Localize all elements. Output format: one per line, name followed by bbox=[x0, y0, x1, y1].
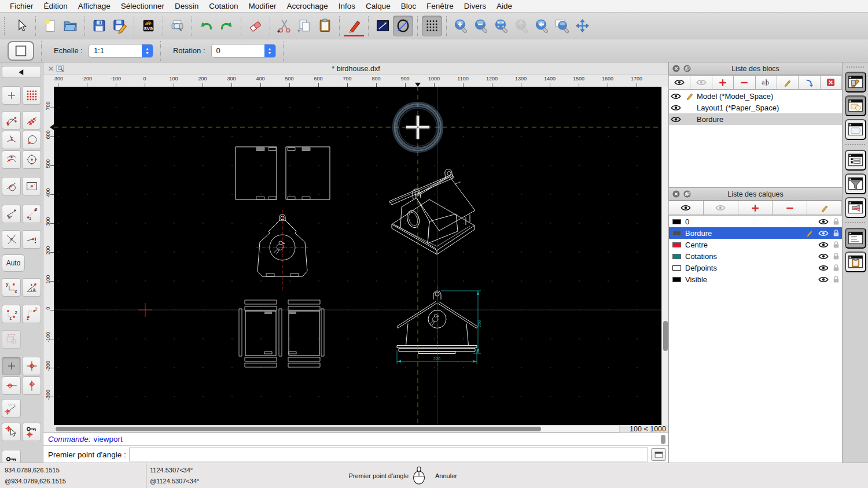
menu-cotation[interactable]: Cotation bbox=[204, 2, 243, 10]
scale-select[interactable]: 1:1 ▲▼ bbox=[89, 44, 153, 58]
menu-fenetre[interactable]: Fenêtre bbox=[421, 2, 459, 10]
horizontal-scrollbar-thumb[interactable] bbox=[56, 427, 541, 431]
redo-button[interactable] bbox=[216, 16, 237, 36]
pen-edit-button[interactable] bbox=[344, 17, 364, 36]
stepper-icon[interactable]: ▲▼ bbox=[264, 44, 275, 58]
close-panel-icon[interactable] bbox=[672, 65, 680, 72]
blocks-add-button[interactable] bbox=[712, 75, 734, 90]
blocks-remove-button[interactable] bbox=[733, 75, 755, 90]
layer-row-centre[interactable]: Centre bbox=[669, 239, 842, 250]
menu-calque[interactable]: Calque bbox=[361, 2, 396, 10]
blocks-show-all-button[interactable] bbox=[668, 75, 690, 90]
horizontal-scrollbar[interactable] bbox=[54, 425, 620, 432]
layer-row-0[interactable]: 0 bbox=[669, 216, 842, 227]
blocks-hide-all-button[interactable] bbox=[690, 75, 712, 90]
detach-panel-icon[interactable] bbox=[683, 65, 691, 72]
snap-rel-points-button[interactable]: 12 bbox=[2, 305, 21, 323]
layers-hide-all-button[interactable] bbox=[703, 201, 738, 215]
zoom-auto-button[interactable] bbox=[491, 16, 512, 36]
drawing-canvas[interactable]: 250 220 bbox=[54, 87, 661, 425]
dock-command-button[interactable] bbox=[845, 228, 866, 249]
menu-infos[interactable]: Infos bbox=[333, 2, 361, 10]
blocks-insert-button[interactable] bbox=[798, 75, 820, 90]
menu-affichage[interactable]: Affichage bbox=[73, 2, 116, 10]
layers-add-button[interactable] bbox=[738, 201, 773, 215]
snap-intersection-manual-button[interactable] bbox=[22, 230, 41, 249]
lock-rel-button[interactable] bbox=[22, 423, 41, 441]
snap-on-entity-button[interactable] bbox=[22, 111, 41, 130]
eraser-button[interactable] bbox=[245, 16, 266, 36]
menu-fichier[interactable]: Fichier bbox=[5, 2, 39, 10]
select-pos-button[interactable] bbox=[2, 423, 21, 441]
zoom-in-button[interactable] bbox=[451, 16, 471, 36]
zoom-out-button[interactable] bbox=[471, 16, 491, 36]
cut-button[interactable] bbox=[274, 16, 295, 36]
lock-icon[interactable] bbox=[830, 241, 842, 249]
export-svg-button[interactable]: SVG bbox=[138, 16, 159, 36]
new-document-button[interactable] bbox=[40, 16, 60, 36]
snap-abs-points-button[interactable]: 12 bbox=[22, 305, 41, 323]
coord-polar-button[interactable]: ra bbox=[22, 278, 41, 297]
lock-icon[interactable] bbox=[830, 264, 842, 272]
zoom-previous-button[interactable] bbox=[532, 16, 552, 36]
menu-modifier[interactable]: Modifier bbox=[243, 2, 281, 10]
block-row-model-model-space-[interactable]: Model (*Model_Space) bbox=[669, 90, 842, 102]
menu-bloc[interactable]: Bloc bbox=[396, 2, 421, 10]
snap-auto-button[interactable]: Auto bbox=[2, 254, 25, 272]
copy-button[interactable] bbox=[295, 16, 315, 36]
circle-attributes-button[interactable] bbox=[393, 16, 413, 36]
snap-endpoints-button[interactable] bbox=[2, 111, 21, 130]
layer-row-cotations[interactable]: Cotations bbox=[669, 250, 842, 262]
snap-circle-button[interactable] bbox=[22, 131, 41, 149]
block-row-layout1-paper-space-[interactable]: Layout1 (*Paper_Space) bbox=[669, 102, 842, 113]
snap-intersection-button[interactable] bbox=[2, 230, 21, 249]
visibility-eye-icon[interactable] bbox=[816, 218, 830, 225]
block-row-bordure[interactable]: Bordure bbox=[669, 113, 842, 125]
visibility-eye-icon[interactable] bbox=[669, 104, 683, 112]
lock-icon[interactable] bbox=[830, 217, 842, 225]
visibility-eye-icon[interactable] bbox=[669, 93, 683, 100]
snap-relative-1-button[interactable] bbox=[2, 205, 21, 223]
menu-edition[interactable]: Édition bbox=[39, 2, 73, 10]
snap-free-button[interactable] bbox=[2, 86, 21, 105]
snap-relative-2-button[interactable]: 12 bbox=[22, 205, 41, 223]
angle-gauge-button[interactable] bbox=[2, 399, 21, 417]
restrict-horizontal-button[interactable] bbox=[2, 376, 21, 395]
edit-pencil-icon[interactable] bbox=[683, 92, 697, 100]
dock-pen-holder-button[interactable] bbox=[845, 197, 866, 218]
layers-remove-button[interactable] bbox=[772, 201, 807, 215]
restrict-nothing-button[interactable] bbox=[2, 357, 21, 375]
save-as-button[interactable] bbox=[109, 16, 130, 36]
snap-grid-button[interactable] bbox=[22, 86, 41, 105]
dock-list-button[interactable] bbox=[845, 150, 866, 171]
rotation-select[interactable]: 0 ▲▼ bbox=[211, 44, 276, 58]
layers-edit-button[interactable] bbox=[807, 201, 842, 215]
lock-icon[interactable] bbox=[830, 275, 842, 283]
blocks-rename-button[interactable]: a b bbox=[755, 75, 777, 90]
snap-perpendicular-button[interactable] bbox=[2, 131, 21, 149]
snap-reference-button[interactable] bbox=[22, 177, 41, 195]
layer-row-bordure[interactable]: Bordure bbox=[669, 227, 842, 239]
detach-panel-icon[interactable] bbox=[683, 190, 691, 198]
layer-row-visible[interactable]: Visible bbox=[669, 273, 842, 285]
visibility-eye-icon[interactable] bbox=[816, 230, 830, 237]
menu-dessin[interactable]: Dessin bbox=[170, 2, 204, 10]
visibility-eye-icon[interactable] bbox=[816, 241, 830, 249]
visibility-eye-icon[interactable] bbox=[816, 264, 830, 272]
command-scrollbar-thumb[interactable] bbox=[661, 435, 665, 444]
snap-middle-button[interactable] bbox=[2, 150, 21, 169]
layer-row-defpoints[interactable]: Defpoints bbox=[669, 262, 842, 273]
dock-library-button[interactable] bbox=[845, 119, 866, 140]
close-panel-icon[interactable] bbox=[672, 190, 680, 198]
dock-layer-pen-button[interactable] bbox=[845, 72, 866, 93]
back-arrow-button[interactable] bbox=[2, 66, 41, 78]
snap-center-button[interactable] bbox=[22, 150, 41, 169]
dock-blocks-button[interactable] bbox=[845, 95, 866, 116]
print-preview-button[interactable] bbox=[167, 16, 187, 36]
dock-filter-button[interactable] bbox=[845, 173, 866, 194]
zoom-window-button[interactable] bbox=[552, 16, 572, 36]
visibility-eye-icon[interactable] bbox=[816, 253, 830, 260]
menu-accrochage[interactable]: Accrochage bbox=[281, 2, 333, 10]
layers-show-all-button[interactable] bbox=[668, 201, 704, 215]
edit-pencil-icon[interactable] bbox=[803, 229, 816, 237]
